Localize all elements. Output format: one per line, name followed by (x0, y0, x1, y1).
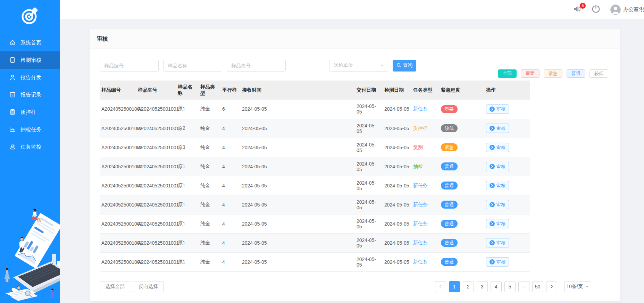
cell-folder-no: A20240525001001 (136, 176, 176, 195)
table-row[interactable]: A20240525001001A20240525001001原1纯金42024-… (100, 233, 530, 252)
pager-next[interactable] (546, 281, 557, 292)
cell-actions: 审核 (484, 138, 530, 157)
sidebar-item-label: 报告记录 (20, 92, 41, 98)
review-button[interactable]: 审核 (486, 200, 509, 209)
table-row[interactable]: A20240525001001A20240525001001原1纯金62024-… (100, 100, 530, 119)
chevron-down-icon (380, 63, 384, 68)
review-button[interactable]: 审核 (486, 143, 509, 152)
cell-folder-no: A20240525001001 (136, 195, 176, 214)
urgency-filter-normal[interactable]: 普通 (567, 69, 585, 78)
column-header: 样品类型 (199, 81, 220, 100)
table-row[interactable]: A20240525001001A20240525001001原1纯金42024-… (100, 214, 530, 233)
arrow-right-circle-icon (490, 259, 495, 264)
search-button[interactable]: 查询 (393, 60, 416, 71)
pager-page-1[interactable]: 1 (449, 281, 460, 292)
table-row[interactable]: A20240525001001A20240525001001原1纯金42024-… (100, 252, 530, 271)
table-row[interactable]: A20240525001001A20240525001001原1纯金42024-… (100, 195, 530, 214)
table-row[interactable]: A20240525001002A20240525001001原2纯金42024-… (100, 119, 530, 138)
pager-page-3[interactable]: 3 (477, 281, 488, 292)
urgency-filter-urgent[interactable]: 紧急 (544, 69, 562, 78)
review-button[interactable]: 审核 (486, 219, 509, 228)
notifications-button[interactable]: 5 (573, 5, 582, 14)
user-menu[interactable]: 办公室:张 (610, 5, 644, 15)
cell-received-date: 2024-05-05 (240, 176, 355, 195)
review-button[interactable]: 审核 (486, 104, 509, 114)
cell-sample-no: A20240525001001 (100, 214, 136, 233)
pager-page-50[interactable]: 50 (532, 281, 543, 292)
cell-actions: 审核 (484, 100, 530, 119)
cell-sample-name: 原3 (176, 138, 199, 157)
cell-sample-type: 纯金 (199, 233, 220, 252)
urgency-badge: 重要 (441, 105, 458, 113)
pager-page-4[interactable]: 4 (491, 281, 502, 292)
urgency-badge: 普通 (441, 201, 458, 209)
cell-actions: 审核 (484, 195, 530, 214)
select-all-button[interactable]: 选择全部 (100, 281, 130, 292)
urgency-filter-low[interactable]: 较低 (589, 69, 608, 78)
cell-sample-no: A20240525001001 (100, 176, 136, 195)
review-button[interactable]: 审核 (486, 238, 509, 247)
cell-parallel: 4 (220, 176, 240, 195)
task-type-label: 新任务 (413, 106, 428, 111)
cell-test-date: 2024-05-05 (383, 252, 411, 271)
cell-sample-name: 原1 (176, 195, 199, 214)
pager-page-5[interactable]: 5 (504, 281, 516, 292)
sidebar-item-home[interactable]: 系统首页 (0, 34, 60, 51)
sidebar-item-report-dispatch[interactable]: 报告分发 (0, 69, 60, 86)
cell-sample-no: A20240525001001 (100, 233, 136, 252)
cell-test-date: 2024-05-05 (383, 100, 411, 119)
review-button[interactable]: 审核 (486, 162, 509, 171)
page-size-select[interactable]: 10条/页 (564, 281, 591, 292)
folder-no-input[interactable] (227, 60, 286, 71)
pager-more[interactable]: ··· (518, 281, 529, 292)
cell-sample-type: 纯金 (199, 176, 220, 195)
table-row[interactable]: A20240525001001A20240525001001原1纯金42024-… (100, 157, 530, 176)
cell-test-date: 2024-05-05 (383, 214, 411, 233)
pager-prev[interactable] (435, 281, 446, 292)
cell-sample-name: 原1 (176, 157, 199, 176)
sample-no-input[interactable] (100, 60, 159, 71)
archive-icon (9, 91, 16, 98)
column-header: 检测日期 (383, 81, 411, 100)
column-header: 平行样 (220, 81, 240, 100)
urgency-badge: 紧急 (441, 143, 458, 151)
arrow-right-circle-icon (490, 221, 495, 226)
logout-button[interactable] (591, 4, 601, 15)
review-button[interactable]: 审核 (486, 124, 509, 133)
cell-task-type: 新任务 (411, 195, 439, 214)
sidebar: 系统首页检测审核报告分发报告记录质控样抽检任务任务监控 (0, 0, 60, 303)
arrow-right-circle-icon (490, 107, 495, 112)
cell-actions: 审核 (484, 176, 530, 195)
urgency-badge: 普通 (441, 220, 458, 228)
table-row[interactable]: A20240525001003A20240525001001原3纯金42024-… (100, 138, 530, 157)
sidebar-item-qc-sample[interactable]: 质控样 (0, 103, 60, 121)
cell-task-type: 新任务 (411, 233, 439, 252)
cell-received-date: 2024-05-05 (240, 214, 355, 233)
cell-urgency: 重要 (439, 100, 484, 119)
cell-test-date: 2024-05-05 (383, 119, 411, 138)
review-button[interactable]: 审核 (486, 257, 509, 267)
review-button[interactable]: 审核 (486, 181, 509, 190)
column-header: 任务类型 (411, 81, 439, 100)
urgency-filter-all[interactable]: 全部 (498, 69, 517, 78)
cell-sample-name: 原1 (176, 233, 199, 252)
unit-select[interactable]: 送检单位 (329, 60, 388, 71)
cell-delivery-date: 2024-05-05 (355, 157, 383, 176)
app-logo[interactable] (0, 0, 60, 33)
table-row[interactable]: A20240525001001A20240525001001原1纯金42024-… (100, 176, 530, 195)
sidebar-item-task-monitor[interactable]: 任务监控 (0, 138, 60, 155)
sidebar-item-audit-review[interactable]: 检测审核 (0, 51, 60, 69)
pager-page-2[interactable]: 2 (463, 281, 474, 292)
sidebar-item-sampling-tasks[interactable]: 抽检任务 (0, 121, 60, 138)
cell-test-date: 2024-05-05 (383, 195, 411, 214)
sample-name-input[interactable] (163, 60, 222, 71)
cell-urgency: 普通 (439, 233, 484, 252)
arrow-right-circle-icon (490, 183, 495, 188)
task-type-label: 复测 (413, 144, 423, 150)
invert-select-button[interactable]: 反向选择 (133, 281, 164, 292)
sidebar-item-report-records[interactable]: 报告记录 (0, 86, 60, 103)
urgency-filter-important[interactable]: 重要 (521, 69, 540, 78)
cell-delivery-date: 2024-05-05 (355, 138, 383, 157)
cell-sample-no: A20240525001001 (100, 157, 136, 176)
cell-urgency: 较低 (439, 119, 484, 138)
